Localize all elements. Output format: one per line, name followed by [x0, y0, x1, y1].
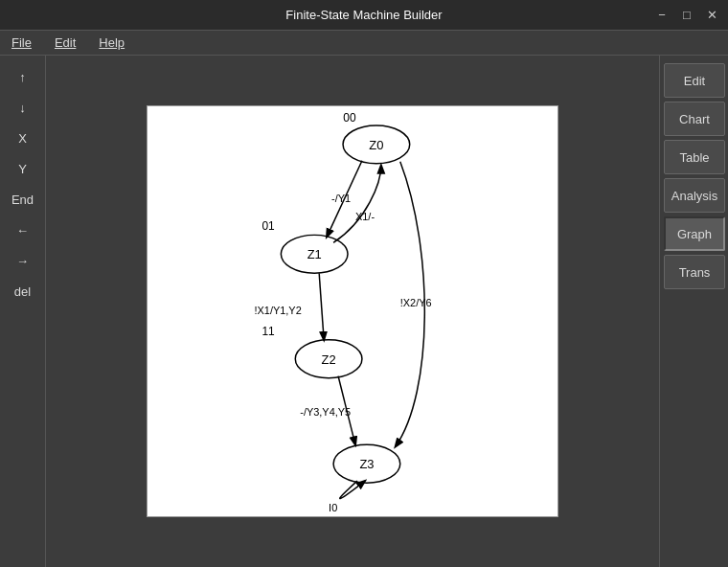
delete-button[interactable]: del	[6, 278, 40, 305]
svg-text:Z1: Z1	[307, 247, 322, 261]
trans-button[interactable]: Trans	[664, 255, 725, 289]
move-left-button[interactable]: ←	[6, 216, 40, 243]
minimize-button[interactable]: −	[653, 7, 671, 24]
svg-text:I0: I0	[329, 502, 337, 513]
move-down-button[interactable]: ↓	[6, 94, 40, 121]
table-button[interactable]: Table	[664, 140, 725, 174]
main-area: ↑ ↓ X Y End ← → del 00 01 11 Z0 Z1 Z	[0, 56, 728, 567]
menu-edit[interactable]: Edit	[49, 34, 81, 52]
maximize-button[interactable]: □	[678, 7, 695, 24]
chart-button[interactable]: Chart	[664, 102, 725, 136]
svg-text:!X1/Y1,Y2: !X1/Y1,Y2	[254, 305, 301, 316]
svg-text:-/Y3,Y4,Y5: -/Y3,Y4,Y5	[300, 406, 351, 418]
svg-text:!X2/Y6: !X2/Y6	[400, 297, 432, 308]
left-toolbar: ↑ ↓ X Y End ← → del	[0, 56, 46, 567]
canvas-area: 00 01 11 Z0 Z1 Z2 Z3	[46, 56, 659, 567]
x-button[interactable]: X	[6, 125, 40, 151]
right-panel: Edit Chart Table Analysis Graph Trans	[659, 56, 728, 567]
graph-canvas[interactable]: 00 01 11 Z0 Z1 Z2 Z3	[147, 105, 558, 517]
analysis-button[interactable]: Analysis	[664, 178, 725, 213]
edit-button[interactable]: Edit	[664, 63, 725, 98]
move-right-button[interactable]: →	[6, 247, 40, 274]
svg-text:-/Y1: -/Y1	[331, 193, 351, 204]
svg-line-14	[319, 273, 324, 340]
close-button[interactable]: ✕	[703, 7, 720, 24]
svg-text:X1/-: X1/-	[355, 211, 375, 222]
svg-text:00: 00	[343, 111, 356, 125]
svg-text:11: 11	[262, 325, 275, 338]
svg-text:Z0: Z0	[369, 138, 383, 152]
y-button[interactable]: Y	[6, 155, 40, 182]
menu-help[interactable]: Help	[93, 34, 130, 52]
menu-bar: File Edit Help	[0, 31, 728, 56]
graph-button[interactable]: Graph	[664, 216, 725, 251]
move-up-button[interactable]: ↑	[6, 63, 40, 90]
menu-file[interactable]: File	[6, 34, 37, 52]
svg-text:Z2: Z2	[322, 352, 336, 367]
svg-text:01: 01	[262, 219, 275, 233]
end-button[interactable]: End	[6, 186, 40, 213]
title-bar: Finite-State Machine Builder − □ ✕	[0, 0, 728, 31]
window-title: Finite-State Machine Builder	[285, 8, 442, 22]
svg-text:Z3: Z3	[359, 457, 374, 471]
window-controls: − □ ✕	[653, 7, 720, 24]
